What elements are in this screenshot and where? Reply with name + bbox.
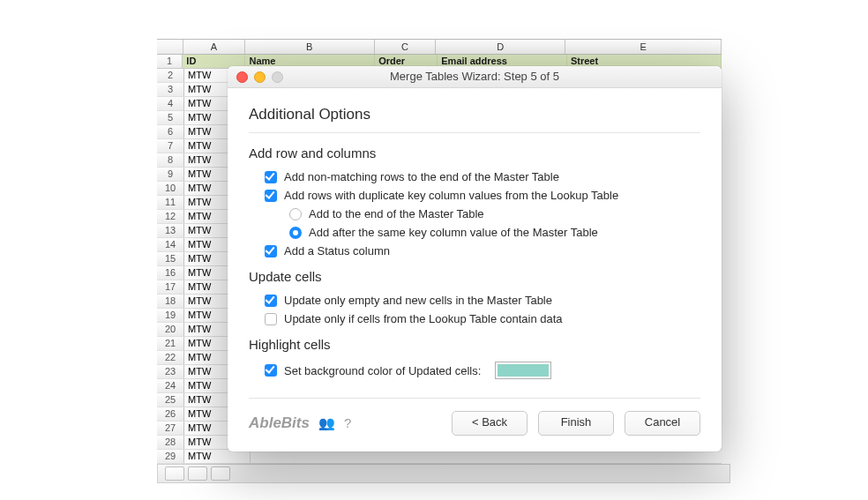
dialog-button-bar: AbleBits 👥 ? < Back Finish Cancel xyxy=(249,398,700,436)
checkbox-row[interactable]: Set background color of Updated cells: xyxy=(249,359,700,382)
radio-row[interactable]: Add to the end of the Master Table xyxy=(249,205,700,223)
radio-icon[interactable] xyxy=(289,227,302,239)
minimize-icon[interactable] xyxy=(254,71,266,83)
dialog-titlebar: Merge Tables Wizard: Step 5 of 5 xyxy=(228,66,722,88)
row-number[interactable]: 12 xyxy=(157,210,184,223)
radio-icon[interactable] xyxy=(289,208,302,220)
col-header-A[interactable]: A xyxy=(183,40,244,54)
radio-row[interactable]: Add after the same key column value of t… xyxy=(249,223,700,242)
section-title-highlight: Highlight cells xyxy=(249,337,700,352)
row-number[interactable]: 15 xyxy=(157,252,184,265)
row-number[interactable]: 11 xyxy=(157,196,184,209)
cell[interactable]: MTW xyxy=(184,450,251,463)
checkbox-label: Update only if cells from the Lookup Tab… xyxy=(284,312,563,325)
checkbox-row[interactable]: Add a Status column xyxy=(249,242,700,260)
people-icon[interactable]: 👥 xyxy=(318,415,335,431)
row-number[interactable]: 27 xyxy=(157,422,184,435)
checkbox-icon[interactable] xyxy=(265,364,277,377)
checkbox-icon[interactable] xyxy=(265,295,277,307)
radio-label: Add to the end of the Master Table xyxy=(309,207,484,220)
finish-button[interactable]: Finish xyxy=(538,411,614,436)
window-controls xyxy=(236,71,283,83)
divider xyxy=(249,132,700,133)
row-number[interactable]: 5 xyxy=(157,111,184,124)
row-number[interactable]: 13 xyxy=(157,224,184,237)
row-number[interactable]: 20 xyxy=(157,323,184,336)
row-number[interactable]: 28 xyxy=(157,436,184,449)
cancel-button[interactable]: Cancel xyxy=(625,411,700,436)
checkbox-row[interactable]: Add non-matching rows to the end of the … xyxy=(249,168,700,186)
row-number[interactable]: 14 xyxy=(157,238,184,251)
row-number[interactable]: 23 xyxy=(157,365,184,378)
row-number[interactable]: 7 xyxy=(157,139,184,153)
section-title-update: Update cells xyxy=(249,269,700,284)
select-all-corner[interactable] xyxy=(157,40,183,54)
row-number[interactable]: 6 xyxy=(157,125,184,138)
col-header-E[interactable]: E xyxy=(565,40,722,54)
brand-logo: AbleBits xyxy=(249,414,310,432)
checkbox-label: Add non-matching rows to the end of the … xyxy=(284,170,559,183)
col-header-B[interactable]: B xyxy=(245,40,375,54)
row-number[interactable]: 29 xyxy=(157,450,184,463)
back-button[interactable]: < Back xyxy=(452,411,528,436)
row-number[interactable]: 24 xyxy=(157,379,184,392)
checkbox-label: Add a Status column xyxy=(284,244,390,257)
checkbox-label: Set background color of Updated cells: xyxy=(284,364,481,377)
maximize-icon xyxy=(272,71,283,83)
column-header-row: A B C D E xyxy=(157,39,722,55)
section-title-add: Add row and columns xyxy=(249,146,700,160)
page-heading: Additional Options xyxy=(249,106,700,123)
merge-tables-wizard-dialog: Merge Tables Wizard: Step 5 of 5 Additio… xyxy=(228,66,722,451)
help-icon[interactable]: ? xyxy=(344,415,351,431)
row-number[interactable]: 19 xyxy=(157,309,184,322)
row-number[interactable]: 17 xyxy=(157,280,184,294)
checkbox-icon[interactable] xyxy=(265,313,277,325)
row-number[interactable]: 2 xyxy=(157,69,184,82)
row-number[interactable]: 4 xyxy=(157,97,184,110)
checkbox-row[interactable]: Add rows with duplicate key column value… xyxy=(249,186,700,205)
col-header-D[interactable]: D xyxy=(436,40,565,54)
checkbox-row[interactable]: Update only empty and new cells in the M… xyxy=(249,291,700,310)
row-number[interactable]: 1 xyxy=(157,55,183,68)
checkbox-row[interactable]: Update only if cells from the Lookup Tab… xyxy=(249,310,700,328)
checkbox-icon[interactable] xyxy=(265,190,277,202)
normal-view-button[interactable] xyxy=(165,466,184,481)
close-icon[interactable] xyxy=(236,71,248,83)
checkbox-icon[interactable] xyxy=(265,245,277,257)
cell[interactable] xyxy=(251,450,722,463)
row-number[interactable]: 21 xyxy=(157,337,184,350)
row-number[interactable]: 25 xyxy=(157,393,184,407)
row-number[interactable]: 18 xyxy=(157,295,184,308)
table-row: 29MTW xyxy=(157,450,722,464)
row-number[interactable]: 22 xyxy=(157,351,184,364)
row-number[interactable]: 16 xyxy=(157,266,184,280)
row-number[interactable]: 10 xyxy=(157,182,184,195)
page-layout-view-button[interactable] xyxy=(188,466,207,481)
row-number[interactable]: 3 xyxy=(157,83,184,96)
checkbox-label: Add rows with duplicate key column value… xyxy=(284,189,618,202)
checkbox-icon[interactable] xyxy=(265,171,277,183)
sheet-view-toolbar xyxy=(157,464,730,483)
row-number[interactable]: 26 xyxy=(157,407,184,421)
color-swatch[interactable] xyxy=(495,362,551,379)
dialog-title: Merge Tables Wizard: Step 5 of 5 xyxy=(390,70,559,83)
page-break-view-button[interactable] xyxy=(211,466,230,481)
col-header-C[interactable]: C xyxy=(375,40,436,54)
checkbox-label: Update only empty and new cells in the M… xyxy=(284,294,552,307)
row-number[interactable]: 8 xyxy=(157,153,184,167)
row-number[interactable]: 9 xyxy=(157,168,184,181)
radio-label: Add after the same key column value of t… xyxy=(309,226,598,239)
